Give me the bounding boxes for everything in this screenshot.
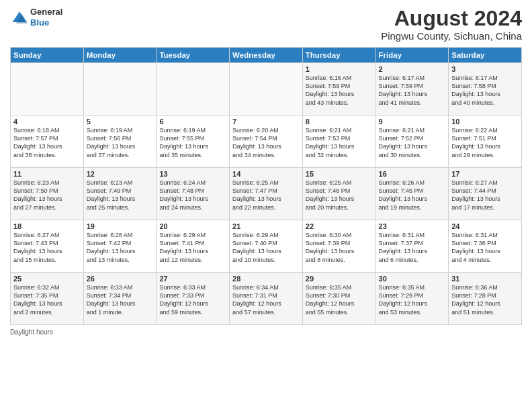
calendar-cell: 28Sunrise: 6:34 AMSunset: 7:31 PMDayligh… xyxy=(230,273,303,325)
calendar: SundayMondayTuesdayWednesdayThursdayFrid… xyxy=(10,47,522,325)
day-number: 26 xyxy=(87,275,154,283)
day-info: Sunrise: 6:19 AMSunset: 7:55 PMDaylight:… xyxy=(159,126,226,159)
day-number: 30 xyxy=(379,275,446,283)
calendar-cell: 10Sunrise: 6:22 AMSunset: 7:51 PMDayligh… xyxy=(449,116,522,168)
day-info: Sunrise: 6:35 AMSunset: 7:29 PMDaylight:… xyxy=(379,283,446,316)
footer: Daylight hours xyxy=(10,328,522,336)
calendar-cell: 8Sunrise: 6:21 AMSunset: 7:53 PMDaylight… xyxy=(302,116,375,168)
calendar-cell: 16Sunrise: 6:26 AMSunset: 7:45 PMDayligh… xyxy=(375,168,449,220)
calendar-cell: 19Sunrise: 6:28 AMSunset: 7:42 PMDayligh… xyxy=(83,220,157,273)
day-info: Sunrise: 6:25 AMSunset: 7:47 PMDaylight:… xyxy=(232,179,300,212)
calendar-cell: 1Sunrise: 6:16 AMSunset: 7:59 PMDaylight… xyxy=(302,63,375,116)
calendar-cell: 26Sunrise: 6:33 AMSunset: 7:34 PMDayligh… xyxy=(83,273,157,325)
logo: General Blue xyxy=(10,7,62,28)
week-row-2: 4Sunrise: 6:18 AMSunset: 7:57 PMDaylight… xyxy=(11,116,522,168)
day-number: 9 xyxy=(379,118,446,126)
day-info: Sunrise: 6:31 AMSunset: 7:37 PMDaylight:… xyxy=(379,231,446,264)
day-number: 19 xyxy=(87,222,154,230)
calendar-cell: 14Sunrise: 6:25 AMSunset: 7:47 PMDayligh… xyxy=(230,168,303,220)
calendar-cell: 2Sunrise: 6:17 AMSunset: 7:59 PMDaylight… xyxy=(375,63,449,116)
day-info: Sunrise: 6:16 AMSunset: 7:59 PMDaylight:… xyxy=(306,74,373,107)
day-info: Sunrise: 6:23 AMSunset: 7:50 PMDaylight:… xyxy=(13,179,81,212)
calendar-cell: 5Sunrise: 6:19 AMSunset: 7:56 PMDaylight… xyxy=(83,116,157,168)
logo-text: General Blue xyxy=(30,7,62,28)
weekday-sunday: Sunday xyxy=(11,48,84,63)
calendar-cell xyxy=(157,63,230,116)
calendar-cell: 29Sunrise: 6:35 AMSunset: 7:30 PMDayligh… xyxy=(302,273,375,325)
day-number: 12 xyxy=(87,170,154,178)
day-info: Sunrise: 6:23 AMSunset: 7:49 PMDaylight:… xyxy=(87,179,154,212)
day-info: Sunrise: 6:29 AMSunset: 7:40 PMDaylight:… xyxy=(232,231,300,264)
day-number: 5 xyxy=(87,118,154,126)
day-number: 21 xyxy=(232,222,300,230)
header: General Blue August 2024 Pingwu County, … xyxy=(10,7,522,42)
calendar-cell: 4Sunrise: 6:18 AMSunset: 7:57 PMDaylight… xyxy=(11,116,84,168)
day-number: 28 xyxy=(232,275,300,283)
day-number: 6 xyxy=(159,118,226,126)
calendar-cell: 12Sunrise: 6:23 AMSunset: 7:49 PMDayligh… xyxy=(83,168,157,220)
weekday-tuesday: Tuesday xyxy=(157,48,230,63)
day-info: Sunrise: 6:32 AMSunset: 7:35 PMDaylight:… xyxy=(13,283,81,316)
calendar-cell: 13Sunrise: 6:24 AMSunset: 7:48 PMDayligh… xyxy=(157,168,230,220)
calendar-cell xyxy=(11,63,84,116)
calendar-cell: 22Sunrise: 6:30 AMSunset: 7:39 PMDayligh… xyxy=(302,220,375,273)
day-number: 4 xyxy=(13,118,81,126)
day-info: Sunrise: 6:21 AMSunset: 7:53 PMDaylight:… xyxy=(306,126,373,159)
day-number: 3 xyxy=(451,65,519,73)
day-number: 11 xyxy=(13,170,81,178)
day-info: Sunrise: 6:25 AMSunset: 7:46 PMDaylight:… xyxy=(306,179,373,212)
calendar-cell: 25Sunrise: 6:32 AMSunset: 7:35 PMDayligh… xyxy=(11,273,84,325)
day-number: 25 xyxy=(13,275,81,283)
day-number: 27 xyxy=(159,275,226,283)
day-number: 23 xyxy=(379,222,446,230)
calendar-cell: 21Sunrise: 6:29 AMSunset: 7:40 PMDayligh… xyxy=(230,220,303,273)
day-number: 1 xyxy=(306,65,373,73)
calendar-cell: 23Sunrise: 6:31 AMSunset: 7:37 PMDayligh… xyxy=(375,220,449,273)
day-info: Sunrise: 6:17 AMSunset: 7:58 PMDaylight:… xyxy=(451,74,519,107)
day-number: 29 xyxy=(306,275,373,283)
weekday-saturday: Saturday xyxy=(449,48,522,63)
day-info: Sunrise: 6:35 AMSunset: 7:30 PMDaylight:… xyxy=(306,283,373,316)
calendar-cell: 3Sunrise: 6:17 AMSunset: 7:58 PMDaylight… xyxy=(449,63,522,116)
title-block: August 2024 Pingwu County, Sichuan, Chin… xyxy=(381,7,522,42)
day-info: Sunrise: 6:22 AMSunset: 7:51 PMDaylight:… xyxy=(451,126,519,159)
daylight-label: Daylight hours xyxy=(10,328,53,336)
month-year: August 2024 xyxy=(381,7,522,30)
location: Pingwu County, Sichuan, China xyxy=(381,30,522,42)
day-number: 16 xyxy=(379,170,446,178)
day-info: Sunrise: 6:36 AMSunset: 7:28 PMDaylight:… xyxy=(451,283,519,316)
day-info: Sunrise: 6:24 AMSunset: 7:48 PMDaylight:… xyxy=(159,179,226,212)
day-number: 15 xyxy=(306,170,373,178)
day-info: Sunrise: 6:19 AMSunset: 7:56 PMDaylight:… xyxy=(87,126,154,159)
day-info: Sunrise: 6:20 AMSunset: 7:54 PMDaylight:… xyxy=(232,126,300,159)
calendar-cell: 20Sunrise: 6:29 AMSunset: 7:41 PMDayligh… xyxy=(157,220,230,273)
weekday-header-row: SundayMondayTuesdayWednesdayThursdayFrid… xyxy=(11,48,522,63)
weekday-wednesday: Wednesday xyxy=(230,48,303,63)
day-number: 17 xyxy=(451,170,519,178)
calendar-cell: 27Sunrise: 6:33 AMSunset: 7:33 PMDayligh… xyxy=(157,273,230,325)
week-row-5: 25Sunrise: 6:32 AMSunset: 7:35 PMDayligh… xyxy=(11,273,522,325)
day-number: 14 xyxy=(232,170,300,178)
day-info: Sunrise: 6:26 AMSunset: 7:45 PMDaylight:… xyxy=(379,179,446,212)
day-number: 8 xyxy=(306,118,373,126)
calendar-cell: 15Sunrise: 6:25 AMSunset: 7:46 PMDayligh… xyxy=(302,168,375,220)
logo-icon xyxy=(10,8,29,27)
day-number: 31 xyxy=(451,275,519,283)
calendar-cell xyxy=(83,63,157,116)
day-number: 2 xyxy=(379,65,446,73)
week-row-4: 18Sunrise: 6:27 AMSunset: 7:43 PMDayligh… xyxy=(11,220,522,273)
day-number: 13 xyxy=(159,170,226,178)
page: General Blue August 2024 Pingwu County, … xyxy=(0,0,532,411)
calendar-cell: 18Sunrise: 6:27 AMSunset: 7:43 PMDayligh… xyxy=(11,220,84,273)
calendar-cell: 30Sunrise: 6:35 AMSunset: 7:29 PMDayligh… xyxy=(375,273,449,325)
week-row-3: 11Sunrise: 6:23 AMSunset: 7:50 PMDayligh… xyxy=(11,168,522,220)
day-info: Sunrise: 6:30 AMSunset: 7:39 PMDaylight:… xyxy=(306,231,373,264)
day-info: Sunrise: 6:31 AMSunset: 7:36 PMDaylight:… xyxy=(451,231,519,264)
week-row-1: 1Sunrise: 6:16 AMSunset: 7:59 PMDaylight… xyxy=(11,63,522,116)
day-number: 24 xyxy=(451,222,519,230)
day-info: Sunrise: 6:17 AMSunset: 7:59 PMDaylight:… xyxy=(379,74,446,107)
day-info: Sunrise: 6:34 AMSunset: 7:31 PMDaylight:… xyxy=(232,283,300,316)
day-number: 20 xyxy=(159,222,226,230)
calendar-cell: 11Sunrise: 6:23 AMSunset: 7:50 PMDayligh… xyxy=(11,168,84,220)
calendar-cell xyxy=(230,63,303,116)
